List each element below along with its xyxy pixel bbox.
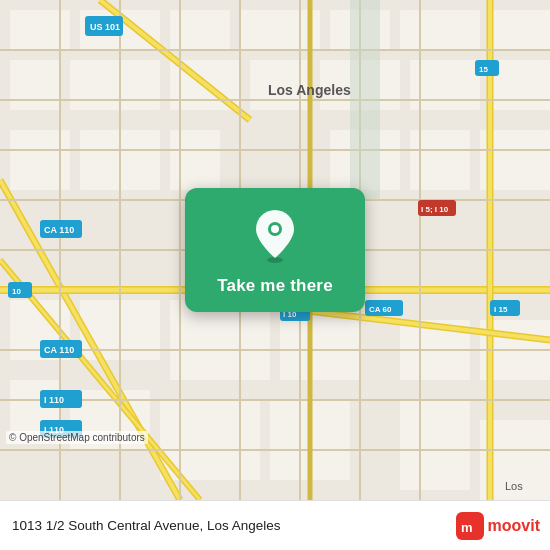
moovit-brand-icon: m <box>456 512 484 540</box>
copyright-text: © OpenStreetMap contributors <box>6 431 148 444</box>
svg-rect-18 <box>170 130 220 190</box>
svg-rect-24 <box>170 300 270 380</box>
svg-rect-8 <box>490 10 550 50</box>
svg-rect-7 <box>400 10 480 50</box>
svg-rect-10 <box>70 60 160 110</box>
svg-rect-9 <box>10 60 60 110</box>
moovit-label: moovit <box>488 517 540 535</box>
svg-text:CA 110: CA 110 <box>44 225 74 235</box>
svg-text:15: 15 <box>479 65 488 74</box>
svg-text:I 15: I 15 <box>494 305 508 314</box>
bottom-bar: 1013 1/2 South Central Avenue, Los Angel… <box>0 500 550 550</box>
location-pin-icon <box>253 208 297 264</box>
svg-text:CA 110: CA 110 <box>44 345 74 355</box>
svg-text:m: m <box>461 520 473 535</box>
svg-text:10: 10 <box>12 287 21 296</box>
svg-text:Los: Los <box>505 480 523 492</box>
svg-text:I 110: I 110 <box>44 395 64 405</box>
svg-rect-62 <box>350 0 380 200</box>
svg-text:CA 60: CA 60 <box>369 305 392 314</box>
address-text: 1013 1/2 South Central Avenue, Los Angel… <box>12 518 280 533</box>
location-card[interactable]: Take me there <box>185 188 365 312</box>
svg-text:US 101: US 101 <box>90 22 120 32</box>
svg-point-91 <box>271 225 279 233</box>
map-container: US 101 10 CA 110 CA 110 I 110 I 110 I 10… <box>0 0 550 500</box>
svg-text:I 5; I 10: I 5; I 10 <box>421 205 449 214</box>
take-me-there-button[interactable]: Take me there <box>217 276 333 296</box>
moovit-logo: m moovit <box>456 512 540 540</box>
svg-text:Los Angeles: Los Angeles <box>268 82 351 98</box>
svg-rect-32 <box>400 400 470 490</box>
